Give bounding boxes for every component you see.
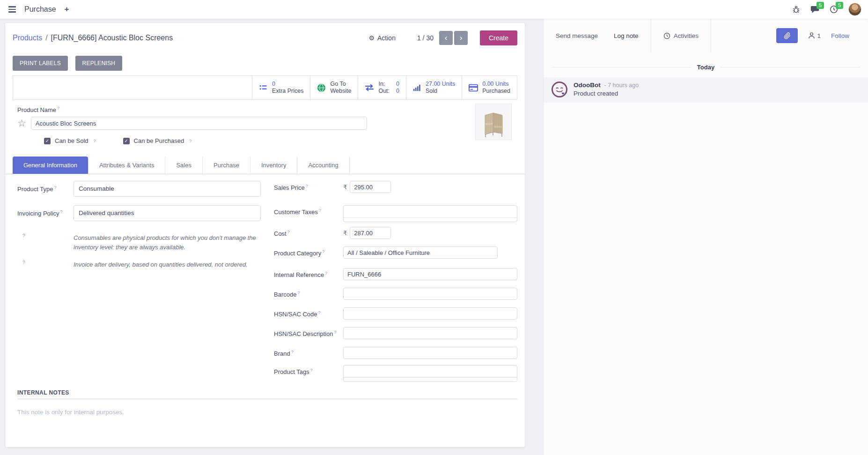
invoicing-policy-select[interactable]: Delivered quantities (74, 205, 261, 221)
cost-input[interactable] (350, 227, 391, 239)
breadcrumb-separator: / (45, 34, 47, 42)
pager-previous-button[interactable]: ‹ (439, 31, 453, 45)
product-tags-label: Product Tags? (274, 365, 343, 375)
pricelist-icon (259, 83, 268, 92)
units-sold-label: Sold (426, 88, 455, 95)
message-author[interactable]: OdooBot (574, 82, 601, 89)
apps-menu-icon[interactable] (7, 4, 18, 15)
product-name-section: Product Name? ☆ (5, 100, 525, 144)
create-button[interactable]: Create (480, 30, 517, 45)
messages-icon[interactable]: 5 (810, 5, 819, 14)
app-title[interactable]: Purchase (24, 5, 56, 14)
schedule-activity-button[interactable]: Activities (663, 32, 699, 39)
pager-next-button[interactable]: › (454, 31, 468, 45)
tab-inventory[interactable]: Inventory (250, 157, 297, 174)
debug-bug-icon[interactable] (792, 5, 800, 14)
can-be-sold-field: ✓ Can be Sold? (44, 137, 96, 144)
product-image[interactable] (475, 104, 512, 140)
product-tags-input[interactable] (343, 365, 517, 382)
extra-prices-label: Extra Prices (272, 88, 303, 95)
today-label: Today (697, 64, 714, 71)
tab-purchase[interactable]: Purchase (203, 157, 250, 174)
product-type-select[interactable]: Consumable (74, 181, 261, 197)
extra-prices-button[interactable]: 0 Extra Prices (252, 76, 310, 99)
follow-button[interactable]: Follow (831, 32, 849, 39)
go-to-website-button[interactable]: Go To Website (310, 76, 358, 99)
units-sold-value: 27.00 Units (426, 81, 455, 88)
replenish-button[interactable]: REPLENISH (75, 56, 123, 71)
help-mark: ? (189, 139, 191, 143)
today-divider: Today (551, 64, 861, 71)
breadcrumb-current: [FURN_6666] Acoustic Bloc Screens (51, 34, 173, 42)
message-timestamp: - 7 hours ago (604, 82, 639, 89)
product-category-input[interactable] (343, 246, 498, 259)
action-label: Action (377, 34, 396, 42)
print-labels-button[interactable]: PRINT LABELS (13, 56, 68, 71)
internal-notes-editor[interactable]: This note is only for internal purposes. (17, 409, 517, 416)
hsn-sac-description-label: HSN/SAC Description? (274, 327, 343, 337)
transfer-arrows-icon (365, 84, 374, 91)
extra-prices-value: 0 (272, 81, 303, 88)
hsn-sac-code-input[interactable] (343, 307, 517, 320)
tab-accounting[interactable]: Accounting (297, 157, 349, 174)
general-information-tab-content: Product Type? Consumable Invoicing Polic… (5, 174, 525, 382)
customer-taxes-label: Customer Taxes? (274, 205, 343, 216)
help-mark: ? (94, 139, 96, 143)
barcode-label: Barcode? (274, 288, 343, 298)
tab-general-information[interactable]: General Information (13, 157, 88, 174)
invoicing-help-text: Invoice after delivery, based on quantit… (74, 260, 261, 269)
can-be-purchased-checkbox[interactable]: ✓ (123, 138, 130, 144)
notebook-tabs: General Information Attributes & Variant… (5, 157, 525, 174)
activities-label: Activities (674, 32, 699, 39)
bar-chart-icon (413, 83, 421, 92)
send-message-button[interactable]: Send message (556, 32, 598, 39)
form-pane: Products / [FURN_6666] Acoustic Bloc Scr… (0, 19, 543, 455)
go-to-website-line1: Go To (330, 81, 351, 88)
sales-price-label: Sales Price? (274, 181, 343, 191)
product-type-label: Product Type? (17, 181, 74, 193)
hsn-sac-description-input[interactable] (343, 327, 517, 339)
breadcrumb-products-link[interactable]: Products (13, 34, 42, 42)
cost-label: Cost? (274, 227, 343, 237)
internal-reference-input[interactable] (343, 268, 517, 280)
smart-buttons-bar: 0 Extra Prices Go To Website (13, 75, 517, 100)
sales-price-input[interactable] (350, 181, 391, 193)
out-value: 0 (396, 88, 399, 95)
units-purchased-value: 0.00 Units (482, 81, 510, 88)
help-mark: ? (57, 106, 59, 111)
tab-sales[interactable]: Sales (165, 157, 203, 174)
product-name-input[interactable] (31, 117, 367, 130)
favorite-star-icon[interactable]: ☆ (17, 119, 26, 128)
chatter-panel: Send message Log note Activities 1 (543, 19, 868, 455)
inventory-in-out-button[interactable]: In: 0 Out: 0 (358, 76, 406, 99)
can-be-sold-label: Can be Sold (55, 137, 88, 144)
internal-notes-header: INTERNAL NOTES (17, 389, 517, 399)
attach-files-button[interactable] (776, 28, 798, 43)
chatter-message: OdooBot - 7 hours ago Product created (544, 77, 868, 103)
units-purchased-button[interactable]: 0.00 Units Purchased (462, 76, 517, 99)
log-note-button[interactable]: Log note (614, 32, 639, 39)
internal-reference-label: Internal Reference? (274, 268, 343, 278)
followers-button[interactable]: 1 (808, 32, 821, 39)
in-label: In: (378, 81, 390, 88)
clock-icon (663, 32, 670, 39)
globe-icon (317, 83, 326, 92)
can-be-purchased-field: ✓ Can be Purchased? (123, 137, 192, 144)
out-label: Out: (378, 88, 390, 95)
hsn-sac-code-label: HSN/SAC Code? (274, 307, 343, 318)
invoicing-policy-label: Invoicing Policy? (17, 205, 74, 217)
barcode-input[interactable] (343, 288, 517, 300)
action-menu-button[interactable]: ⚙ Action (368, 34, 395, 42)
customer-taxes-input[interactable] (343, 205, 517, 222)
brand-input[interactable] (343, 347, 517, 359)
units-sold-button[interactable]: 27.00 Units Sold (406, 76, 462, 99)
consumable-help-text: Consumables are physical products for wh… (74, 233, 261, 252)
activities-clock-icon[interactable]: 5 (830, 5, 838, 14)
can-be-sold-checkbox[interactable]: ✓ (44, 138, 51, 144)
tab-attributes-variants[interactable]: Attributes & Variants (88, 157, 166, 174)
control-panel: Products / [FURN_6666] Acoustic Bloc Scr… (5, 23, 525, 52)
user-avatar[interactable] (848, 3, 861, 16)
follower-person-icon (808, 32, 815, 39)
units-purchased-label: Purchased (482, 88, 510, 95)
new-tab-plus-icon[interactable]: + (63, 5, 71, 14)
